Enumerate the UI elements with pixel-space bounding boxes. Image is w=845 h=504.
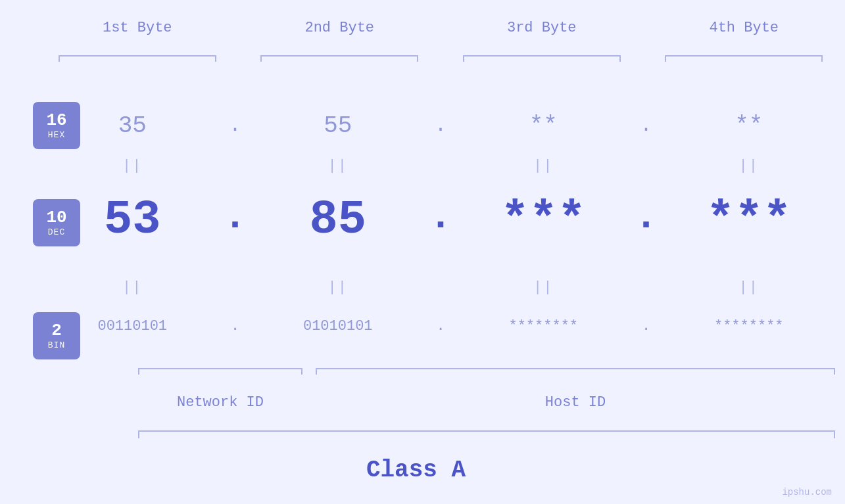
eq1-cell-2: || [242, 158, 435, 174]
hex-cell-4: ** [653, 112, 846, 139]
eq2-sign-2: || [328, 279, 348, 296]
hex-val-1: 35 [118, 112, 147, 139]
dec-cell-3: *** [447, 193, 640, 247]
dec-val-4: *** [706, 193, 792, 247]
bin-val-3: ******** [508, 318, 578, 334]
eq2-sign-4: || [739, 279, 759, 296]
header-byte-1: 1st Byte [36, 20, 239, 36]
equals-row-2: || || || || [36, 279, 845, 296]
eq1-cell-4: || [653, 158, 846, 174]
hex-dot-3: . [640, 114, 652, 137]
bin-val-4: ******** [714, 318, 784, 334]
eq2-sign-1: || [122, 279, 142, 296]
eq2-cell-2: || [242, 279, 435, 296]
hex-sep-2: . [434, 114, 447, 137]
bin-dot-2: . [436, 318, 445, 334]
hex-cell-2: 55 [242, 112, 435, 139]
bin-cell-3: ******** [447, 318, 640, 334]
bin-cell-4: ******** [653, 318, 846, 334]
class-label: Class A [0, 457, 832, 484]
bracket-2 [239, 49, 441, 62]
eq2-sign-3: || [533, 279, 553, 296]
top-bracket-row [36, 49, 845, 62]
bracket-line-3 [463, 55, 621, 57]
eq2-cell-3: || [447, 279, 640, 296]
bin-sep-1: . [229, 318, 242, 334]
eq1-sign-1: || [122, 158, 142, 174]
header-byte-3: 3rd Byte [441, 20, 643, 36]
bracket-3 [441, 49, 643, 62]
bin-sep-3: . [640, 318, 653, 334]
eq1-cell-3: || [447, 158, 640, 174]
class-bracket [138, 430, 835, 441]
network-id-label: Network ID [105, 394, 335, 411]
bracket-1 [36, 49, 239, 62]
dec-val-3: *** [500, 193, 586, 247]
bin-sep-2: . [434, 318, 447, 334]
hex-dot-2: . [435, 114, 447, 137]
dec-sep-1: . [229, 195, 242, 246]
eq2-cell-1: || [36, 279, 229, 296]
bin-values-row: 00110101 . 01010101 . ******** . *******… [36, 302, 845, 350]
hex-cell-1: 35 [36, 112, 229, 139]
bin-cell-2: 01010101 [242, 318, 435, 334]
bin-dot-1: . [231, 318, 239, 334]
hex-cell-3: ** [447, 112, 640, 139]
hex-values-row: 35 . 55 . ** . ** [36, 102, 845, 149]
dec-values-row: 53 . 85 . *** . *** [36, 184, 845, 256]
bracket-line-2 [260, 55, 418, 57]
main-container: 16 HEX 10 DEC 2 BIN 1st Byte 2nd Byte 3r… [0, 0, 845, 504]
eq1-sign-4: || [739, 158, 759, 174]
hex-sep-3: . [640, 114, 653, 137]
equals-row-1: || || || || [36, 158, 845, 174]
bracket-line-1 [59, 55, 216, 57]
header-byte-4: 4th Byte [643, 20, 846, 36]
dec-val-2: 85 [310, 193, 366, 247]
bin-cell-1: 00110101 [36, 318, 229, 334]
host-id-label: Host ID [316, 394, 835, 411]
dec-sep-2: . [434, 195, 447, 246]
dec-cell-4: *** [653, 193, 846, 247]
host-bracket [316, 368, 835, 378]
hex-val-2: 55 [324, 112, 352, 139]
network-bracket [138, 368, 302, 378]
dec-cell-1: 53 [36, 193, 229, 247]
dec-sep-3: . [640, 195, 653, 246]
hex-val-4: ** [735, 112, 763, 139]
eq1-sign-3: || [533, 158, 553, 174]
eq1-cell-1: || [36, 158, 229, 174]
bracket-4 [643, 49, 846, 62]
hex-sep-1: . [229, 114, 242, 137]
dec-cell-2: 85 [242, 193, 435, 247]
bin-val-1: 00110101 [97, 318, 167, 334]
header-byte-2: 2nd Byte [239, 20, 441, 36]
eq1-sign-2: || [328, 158, 348, 174]
eq2-cell-4: || [653, 279, 846, 296]
bin-val-2: 01010101 [303, 318, 373, 334]
bracket-line-4 [665, 55, 823, 57]
bin-dot-3: . [642, 318, 650, 334]
watermark: ipshu.com [782, 487, 832, 497]
hex-val-3: ** [529, 112, 558, 139]
header-row: 1st Byte 2nd Byte 3rd Byte 4th Byte [36, 20, 845, 36]
dec-val-1: 53 [104, 193, 160, 247]
hex-dot-1: . [229, 114, 241, 137]
